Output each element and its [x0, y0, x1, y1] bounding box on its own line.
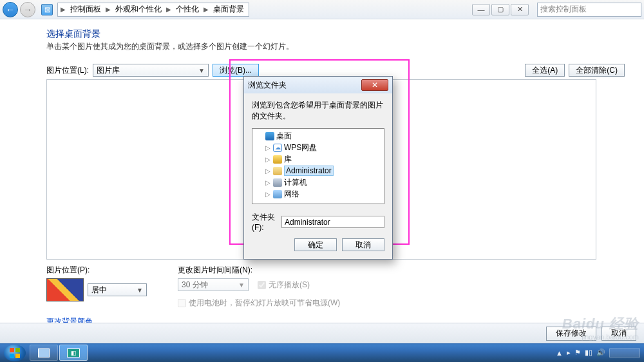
- battery-checkbox: 使用电池时，暂停幻灯片放映可节省电源(W): [178, 298, 340, 309]
- pic-location-value: 图片库: [97, 65, 120, 76]
- change-interval-value: 30 分钟: [182, 280, 208, 291]
- flag-icon[interactable]: ⚑: [574, 348, 581, 357]
- battery-label: 使用电池时，暂停幻灯片放映可节省电源(W): [189, 298, 340, 309]
- taskbar-item-active[interactable]: ◧: [59, 345, 88, 361]
- search-placeholder: 搜索控制面板: [540, 4, 587, 15]
- tree-label: WPS网盘: [284, 142, 317, 153]
- taskbar: ◧ ▲ ▸ ⚑ ▮▯ 🔊: [0, 343, 644, 362]
- svg-rect-1: [15, 348, 20, 352]
- tree-label: 计算机: [284, 177, 307, 188]
- picture-position-combo[interactable]: 居中 ▼: [88, 283, 147, 296]
- browse-folder-dialog: 浏览文件夹 ✕ 浏览到包含您希望用于桌面背景的图片的文件夹。 桌面 ▷☁WPS网…: [243, 76, 393, 260]
- close-button[interactable]: ✕: [511, 4, 529, 15]
- volume-icon[interactable]: 🔊: [596, 348, 605, 357]
- chevron-right-icon: ▶: [202, 6, 210, 13]
- network-icon[interactable]: ▮▯: [585, 348, 592, 357]
- chevron-right-icon: ▶: [59, 6, 67, 13]
- shuffle-label: 无序播放(S): [269, 280, 310, 291]
- maximize-button[interactable]: ▢: [491, 4, 509, 15]
- cancel-button[interactable]: 取消: [601, 327, 636, 341]
- taskbar-item[interactable]: [30, 345, 58, 361]
- start-button[interactable]: [4, 345, 26, 361]
- chevron-right-icon: ▶: [104, 6, 112, 13]
- breadcrumb-personalization[interactable]: 个性化: [173, 3, 202, 16]
- tree-item-network[interactable]: ▷网络: [255, 188, 381, 200]
- user-folder-icon: [273, 167, 282, 175]
- tree-item-wps[interactable]: ▷☁WPS网盘: [255, 142, 381, 153]
- page-subtitle: 单击某个图片使其成为您的桌面背景，或选择多个图片创建一个幻灯片。: [46, 41, 625, 52]
- page-title: 选择桌面背景: [46, 28, 625, 40]
- desktop-icon: [265, 132, 274, 140]
- tree-item-desktop[interactable]: 桌面: [255, 130, 381, 142]
- position-thumbnail: [46, 278, 84, 301]
- tree-label: Administrator: [284, 166, 334, 176]
- tree-label: 库: [284, 154, 292, 165]
- nav-forward-button[interactable]: →: [20, 2, 35, 17]
- dialog-titlebar[interactable]: 浏览文件夹 ✕: [244, 77, 392, 93]
- breadcrumb-control-panel[interactable]: 控制面板: [67, 3, 104, 16]
- svg-rect-2: [10, 354, 14, 358]
- network-icon: [273, 190, 282, 198]
- dialog-message: 浏览到包含您希望用于桌面背景的图片的文件夹。: [252, 100, 384, 122]
- svg-rect-3: [15, 354, 20, 358]
- breadcrumb-desktop-bg[interactable]: 桌面背景: [210, 3, 247, 16]
- minimize-button[interactable]: —: [472, 4, 490, 15]
- shuffle-checkbox: 无序播放(S): [258, 280, 310, 291]
- pic-location-label: 图片位置(L):: [46, 65, 89, 76]
- tree-item-administrator[interactable]: ▷Administrator: [255, 165, 381, 176]
- breadcrumb: ▶ 控制面板 ▶ 外观和个性化 ▶ 个性化 ▶ 桌面背景: [57, 3, 249, 17]
- library-icon: [273, 155, 282, 164]
- tray-up-icon[interactable]: ▲: [556, 349, 563, 357]
- address-icon: ▨: [41, 4, 53, 15]
- tree-item-library[interactable]: ▷库: [255, 153, 381, 165]
- battery-checkbox-input: [178, 299, 186, 307]
- computer-icon: [273, 178, 282, 187]
- folder-input-label: 文件夹(F):: [252, 212, 278, 232]
- nav-back-button[interactable]: ←: [3, 2, 18, 17]
- clear-all-button[interactable]: 全部清除(C): [569, 64, 625, 77]
- chevron-down-icon: ▼: [198, 67, 205, 74]
- tree-label: 桌面: [276, 131, 292, 142]
- dialog-cancel-button[interactable]: 取消: [342, 238, 384, 251]
- folder-tree[interactable]: 桌面 ▷☁WPS网盘 ▷库 ▷Administrator ▷计算机 ▷网络: [252, 128, 384, 204]
- chevron-down-icon: ▼: [137, 287, 143, 294]
- chevron-down-icon: ▼: [238, 281, 245, 289]
- change-interval-label: 更改图片时间间隔(N):: [178, 265, 340, 276]
- chevron-right-icon: ▶: [165, 6, 173, 13]
- save-changes-button[interactable]: 保存修改: [546, 327, 596, 341]
- change-interval-combo: 30 分钟 ▼: [178, 278, 249, 291]
- tree-label: 网络: [284, 189, 299, 200]
- breadcrumb-appearance[interactable]: 外观和个性化: [112, 3, 165, 16]
- picture-position-label: 图片位置(P):: [46, 265, 147, 276]
- pic-location-combo[interactable]: 图片库 ▼: [93, 64, 209, 77]
- dialog-title: 浏览文件夹: [248, 80, 287, 91]
- select-all-button[interactable]: 全选(A): [525, 64, 565, 77]
- dialog-close-button[interactable]: ✕: [361, 79, 388, 91]
- picture-position-value: 居中: [91, 285, 107, 296]
- cloud-icon: ☁: [273, 144, 282, 152]
- window-controls: — ▢ ✕: [472, 4, 529, 15]
- footer-bar: 保存修改 取消: [0, 323, 644, 343]
- browse-button[interactable]: 浏览(B)...: [213, 64, 259, 77]
- dialog-ok-button[interactable]: 确定: [294, 238, 337, 251]
- search-input[interactable]: 搜索控制面板: [537, 3, 641, 17]
- folder-input[interactable]: [281, 216, 384, 228]
- tray-clock[interactable]: [609, 348, 640, 357]
- tree-item-computer[interactable]: ▷计算机: [255, 176, 381, 188]
- toolbar: ← → ▨ ▶ 控制面板 ▶ 外观和个性化 ▶ 个性化 ▶ 桌面背景 — ▢ ✕…: [0, 0, 644, 19]
- system-tray[interactable]: ▲ ▸ ⚑ ▮▯ 🔊: [556, 348, 644, 357]
- shuffle-checkbox-input: [258, 281, 266, 289]
- svg-rect-0: [10, 348, 14, 352]
- flag-icon[interactable]: ▸: [567, 348, 571, 357]
